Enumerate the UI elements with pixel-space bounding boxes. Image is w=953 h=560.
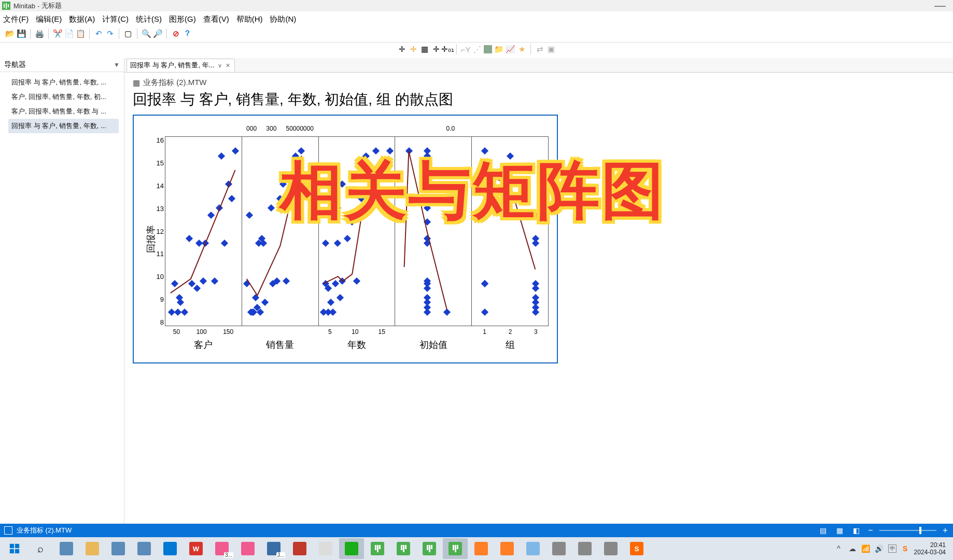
- redo-icon[interactable]: ↷: [105, 29, 115, 38]
- taskbar-app3[interactable]: [598, 538, 623, 559]
- matrix-plot[interactable]: 回报率 1615141312111098 000300500000000.0 5…: [133, 115, 558, 363]
- tray-cloud-icon[interactable]: ☁: [848, 544, 857, 553]
- worksheet-icon: ▦: [133, 78, 140, 88]
- separator: [166, 29, 167, 39]
- folder-icon[interactable]: 📁: [494, 45, 503, 54]
- scatter-panel: [472, 136, 549, 326]
- scatter-panel: [395, 136, 472, 326]
- tray-up-icon[interactable]: ^: [834, 544, 844, 553]
- menu-item[interactable]: 编辑(E): [36, 15, 62, 24]
- nav-item[interactable]: 客户, 回报率, 销售量, 年数, 初...: [8, 90, 119, 104]
- print-icon[interactable]: 🖨️: [35, 29, 44, 38]
- star-icon[interactable]: ★: [517, 45, 526, 54]
- grid-num-icon[interactable]: ✛₀₁: [443, 45, 452, 54]
- xy-icon[interactable]: ⌐Y: [461, 45, 470, 54]
- nav-item[interactable]: 回报率 与 客户, 销售量, 年数, ...: [8, 75, 119, 90]
- view-split-icon[interactable]: ◧: [850, 526, 862, 535]
- chevron-down-icon[interactable]: ▼: [114, 61, 120, 68]
- taskbar-paint[interactable]: [521, 538, 545, 559]
- grid2-icon[interactable]: ✛: [431, 45, 441, 54]
- nav-item[interactable]: 回报率 与 客户, 销售量, 年数, ...: [8, 119, 119, 133]
- tray-wifi-icon[interactable]: 📶: [861, 544, 871, 553]
- crosshair-icon[interactable]: ✛: [397, 45, 407, 54]
- worksheet-status-icon[interactable]: [4, 526, 12, 535]
- y-ticks: 1615141312111098: [151, 136, 164, 326]
- zoom-out-button[interactable]: −: [867, 526, 874, 535]
- taskbar-excel[interactable]: [313, 538, 338, 559]
- menu-item[interactable]: 文件(F): [3, 15, 29, 24]
- taskbar-jmp[interactable]: J...: [261, 538, 286, 559]
- zoom-in-button[interactable]: +: [942, 526, 949, 535]
- taskbar-wps[interactable]: W: [184, 538, 208, 559]
- tab-strip: 回报率 与 客户, 销售量, 年... ∨ ×: [124, 58, 953, 73]
- main-area: 回报率 与 客户, 销售量, 年... ∨ × ▦ 业务指标 (2).MTW 回…: [124, 58, 953, 524]
- menu-item[interactable]: 图形(G): [169, 15, 196, 24]
- menu-item[interactable]: 帮助(H): [236, 15, 263, 24]
- taskbar-app1[interactable]: [546, 538, 571, 559]
- taskbar-snip1[interactable]: [469, 538, 494, 559]
- cut-icon[interactable]: ✂️: [53, 29, 62, 38]
- menu-item[interactable]: 查看(V): [203, 15, 229, 24]
- view-grid-icon[interactable]: ▤: [817, 526, 829, 535]
- clock[interactable]: 20:41 2024-03-04: [914, 541, 946, 556]
- tray-sogou-icon[interactable]: S: [901, 544, 910, 553]
- status-right: ▤ ▦ ◧ − +: [817, 526, 949, 535]
- zoom-slider[interactable]: [879, 530, 936, 531]
- select-icon[interactable]: ▣: [546, 45, 556, 54]
- window-icon[interactable]: ▢: [123, 29, 133, 38]
- ime-indicator[interactable]: 中: [888, 544, 896, 553]
- status-file: 业务指标 (2).MTW: [17, 526, 72, 535]
- taskbar-app2[interactable]: [572, 538, 597, 559]
- taskbar-taskview[interactable]: [54, 538, 79, 559]
- minimize-button[interactable]: —: [929, 0, 951, 12]
- taskbar-minitab3[interactable]: [417, 538, 442, 559]
- document-tab[interactable]: 回报率 与 客户, 销售量, 年... ∨ ×: [127, 59, 235, 72]
- line-icon[interactable]: 📈: [506, 45, 515, 54]
- taskbar-spss[interactable]: [287, 538, 312, 559]
- taskbar-sogou[interactable]: S: [624, 538, 649, 559]
- menu-item[interactable]: 协助(N): [270, 15, 296, 24]
- menu-item[interactable]: 计算(C): [102, 15, 129, 24]
- save-icon[interactable]: 💾: [17, 29, 26, 38]
- view-data-icon[interactable]: ▦: [834, 526, 845, 535]
- titlebar: Minitab - 无标题 —: [0, 0, 953, 11]
- menu-item[interactable]: 统计(S): [136, 15, 162, 24]
- taskbar-explorer[interactable]: [80, 538, 105, 559]
- taskbar-minitab1[interactable]: [365, 538, 390, 559]
- taskbar-minitab4[interactable]: [443, 538, 468, 559]
- tab-close-icon[interactable]: ×: [225, 61, 231, 69]
- clock-time: 20:41: [930, 541, 946, 549]
- taskbar-bili2[interactable]: [235, 538, 260, 559]
- taskbar-edge[interactable]: [158, 538, 183, 559]
- taskbar-explorer2[interactable]: [106, 538, 131, 559]
- find-icon[interactable]: 🔍: [142, 29, 151, 38]
- gear-crosshair-icon[interactable]: ✛: [409, 45, 418, 54]
- grid-icon[interactable]: ▦: [420, 45, 429, 54]
- arrange-icon[interactable]: ⇄: [535, 45, 544, 54]
- scatter-panel: [165, 136, 242, 326]
- help-icon[interactable]: ？: [183, 29, 192, 38]
- cancel-icon[interactable]: ⊘: [171, 29, 180, 38]
- x-labels: 客户销售量年数初始值组: [165, 339, 549, 351]
- tab-chevron-icon[interactable]: ∨: [218, 62, 222, 69]
- taskbar-start[interactable]: [2, 538, 27, 559]
- open-icon[interactable]: 📂: [5, 29, 15, 38]
- chart-title: 回报率 与 客户, 销售量, 年数, 初始值, 组 的散点图: [133, 90, 945, 109]
- svg-rect-1: [15, 544, 19, 548]
- taskbar-wechat[interactable]: [339, 538, 364, 559]
- taskbar-bili[interactable]: 3...: [209, 538, 234, 559]
- square-icon[interactable]: [484, 45, 492, 53]
- paste-icon[interactable]: 📋: [76, 29, 85, 38]
- menu-item[interactable]: 数据(A): [69, 15, 95, 24]
- panel-xlabel: 客户: [165, 339, 242, 351]
- undo-icon[interactable]: ↶: [94, 29, 103, 38]
- findnext-icon[interactable]: 🔎: [153, 29, 162, 38]
- taskbar-people[interactable]: [132, 538, 157, 559]
- taskbar-snip2[interactable]: [495, 538, 520, 559]
- nav-item[interactable]: 客户, 回报率, 销售量, 年数 与 ...: [8, 104, 119, 119]
- scatter-icon[interactable]: ⋰: [472, 45, 482, 54]
- copy-icon[interactable]: 📄: [64, 29, 74, 38]
- taskbar-minitab2[interactable]: [391, 538, 416, 559]
- taskbar-search[interactable]: ⌕: [28, 538, 53, 559]
- tray-speaker-icon[interactable]: 🔊: [875, 544, 884, 553]
